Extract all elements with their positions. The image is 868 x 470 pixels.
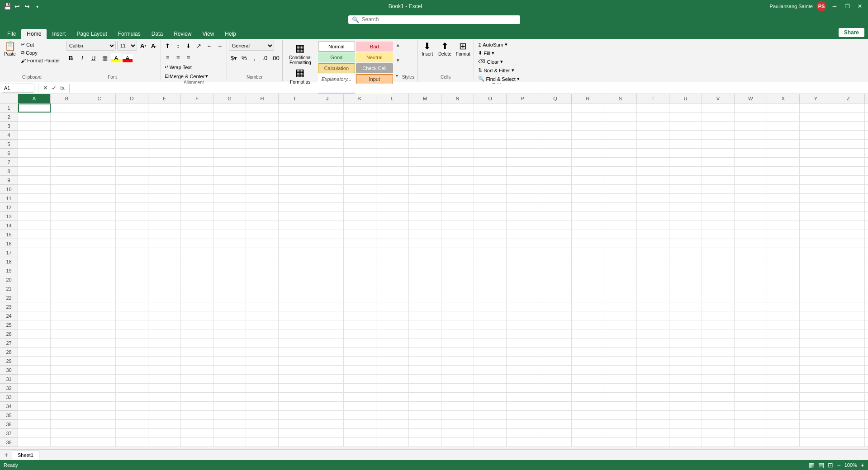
cell-Z11[interactable] <box>832 194 865 203</box>
cell-W7[interactable] <box>735 158 767 167</box>
cell-N37[interactable] <box>441 429 474 438</box>
row-num-21[interactable]: 21 <box>0 284 18 293</box>
cell-W31[interactable] <box>735 375 767 384</box>
cell-D10[interactable] <box>116 185 148 194</box>
cell-I10[interactable] <box>279 185 311 194</box>
cell-H22[interactable] <box>246 293 279 302</box>
cell-D7[interactable] <box>116 158 148 167</box>
cell-Z30[interactable] <box>832 366 865 375</box>
row-num-22[interactable]: 22 <box>0 293 18 302</box>
cell-N32[interactable] <box>441 384 474 393</box>
cell-E2[interactable] <box>148 113 181 122</box>
cell-C14[interactable] <box>83 221 116 230</box>
cell-V29[interactable] <box>702 357 735 366</box>
cell-R2[interactable] <box>572 113 604 122</box>
cell-X34[interactable] <box>767 402 800 411</box>
cell-Q36[interactable] <box>539 420 572 429</box>
cell-B36[interactable] <box>51 420 83 429</box>
cell-X22[interactable] <box>767 293 800 302</box>
cell-F13[interactable] <box>181 212 213 221</box>
cell-L13[interactable] <box>376 212 409 221</box>
cell-E15[interactable] <box>148 230 181 239</box>
cell-K28[interactable] <box>344 348 376 357</box>
cell-I25[interactable] <box>279 320 311 329</box>
cell-M32[interactable] <box>409 384 441 393</box>
cell-X19[interactable] <box>767 266 800 275</box>
cell-G23[interactable] <box>213 302 246 311</box>
cell-M22[interactable] <box>409 293 441 302</box>
cell-C20[interactable] <box>83 275 116 284</box>
cell-B33[interactable] <box>51 393 83 402</box>
cell-S21[interactable] <box>604 284 637 293</box>
cell-R27[interactable] <box>572 338 604 348</box>
cell-A25[interactable] <box>18 320 51 329</box>
cell-F14[interactable] <box>181 221 213 230</box>
cell-T12[interactable] <box>637 203 669 212</box>
cell-AA26[interactable] <box>865 329 868 338</box>
cell-AA35[interactable] <box>865 411 868 420</box>
cell-B31[interactable] <box>51 375 83 384</box>
cell-V2[interactable] <box>702 113 735 122</box>
cell-H34[interactable] <box>246 402 279 411</box>
cell-Z34[interactable] <box>832 402 865 411</box>
cell-V15[interactable] <box>702 230 735 239</box>
cell-H3[interactable] <box>246 122 279 131</box>
cell-G7[interactable] <box>213 158 246 167</box>
cell-K21[interactable] <box>344 284 376 293</box>
cell-D29[interactable] <box>116 357 148 366</box>
cell-Y18[interactable] <box>800 257 832 266</box>
col-header-Z[interactable]: Z <box>832 94 865 103</box>
cell-W24[interactable] <box>735 311 767 320</box>
cell-L21[interactable] <box>376 284 409 293</box>
cell-H5[interactable] <box>246 140 279 149</box>
cell-V20[interactable] <box>702 275 735 284</box>
cell-I27[interactable] <box>279 338 311 348</box>
cell-E3[interactable] <box>148 122 181 131</box>
cell-Z3[interactable] <box>832 122 865 131</box>
percent-button[interactable]: % <box>239 53 249 63</box>
cell-S17[interactable] <box>604 248 637 257</box>
cell-L33[interactable] <box>376 393 409 402</box>
cell-T30[interactable] <box>637 366 669 375</box>
cell-X23[interactable] <box>767 302 800 311</box>
cell-P37[interactable] <box>507 429 539 438</box>
cell-V31[interactable] <box>702 375 735 384</box>
cell-T33[interactable] <box>637 393 669 402</box>
cell-L15[interactable] <box>376 230 409 239</box>
cell-O22[interactable] <box>474 293 507 302</box>
cell-X31[interactable] <box>767 375 800 384</box>
cell-U11[interactable] <box>669 194 702 203</box>
cell-N27[interactable] <box>441 338 474 348</box>
cell-U21[interactable] <box>669 284 702 293</box>
cell-J26[interactable] <box>311 329 344 338</box>
cell-H1[interactable] <box>246 103 279 113</box>
cell-K33[interactable] <box>344 393 376 402</box>
cell-Z26[interactable] <box>832 329 865 338</box>
cell-J17[interactable] <box>311 248 344 257</box>
cell-C19[interactable] <box>83 266 116 275</box>
cell-X6[interactable] <box>767 149 800 158</box>
cell-E27[interactable] <box>148 338 181 348</box>
cell-A16[interactable] <box>18 239 51 248</box>
cell-T32[interactable] <box>637 384 669 393</box>
cell-J36[interactable] <box>311 420 344 429</box>
cell-L22[interactable] <box>376 293 409 302</box>
cell-B7[interactable] <box>51 158 83 167</box>
cell-F21[interactable] <box>181 284 213 293</box>
cell-V28[interactable] <box>702 348 735 357</box>
cell-H9[interactable] <box>246 176 279 185</box>
cell-AA16[interactable] <box>865 239 868 248</box>
cell-F34[interactable] <box>181 402 213 411</box>
cell-N10[interactable] <box>441 185 474 194</box>
cell-A17[interactable] <box>18 248 51 257</box>
cell-R34[interactable] <box>572 402 604 411</box>
cell-S11[interactable] <box>604 194 637 203</box>
cell-R25[interactable] <box>572 320 604 329</box>
cell-O25[interactable] <box>474 320 507 329</box>
cell-P3[interactable] <box>507 122 539 131</box>
cell-Q32[interactable] <box>539 384 572 393</box>
cell-P9[interactable] <box>507 176 539 185</box>
cell-T8[interactable] <box>637 167 669 176</box>
cell-A7[interactable] <box>18 158 51 167</box>
cell-J29[interactable] <box>311 357 344 366</box>
